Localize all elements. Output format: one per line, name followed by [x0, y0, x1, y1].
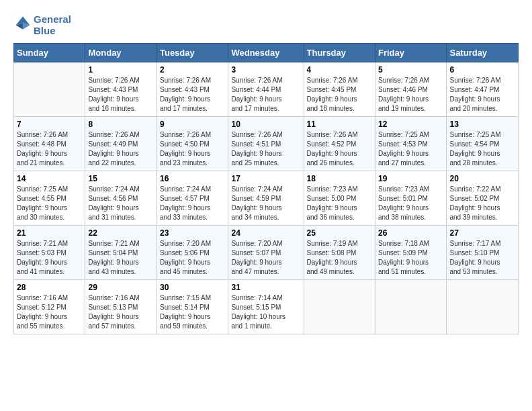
calendar-header: SundayMondayTuesdayWednesdayThursdayFrid… [14, 44, 519, 62]
day-number: 11 [307, 120, 372, 129]
day-info: Sunrise: 7:16 AMSunset: 5:12 PMDaylight:… [17, 293, 82, 331]
day-info: Sunrise: 7:17 AMSunset: 5:10 PMDaylight:… [449, 239, 515, 277]
day-number: 5 [378, 65, 443, 75]
calendar-cell: 17Sunrise: 7:24 AMSunset: 4:59 PMDayligh… [228, 171, 304, 226]
calendar-cell: 8Sunrise: 7:26 AMSunset: 4:49 PMDaylight… [85, 117, 157, 171]
day-number: 16 [160, 174, 225, 183]
logo-line2: Blue [34, 25, 71, 36]
day-info: Sunrise: 7:26 AMSunset: 4:45 PMDaylight:… [307, 76, 372, 113]
calendar-cell: 23Sunrise: 7:20 AMSunset: 5:06 PMDayligh… [157, 226, 228, 280]
day-info: Sunrise: 7:26 AMSunset: 4:47 PMDaylight:… [449, 76, 515, 113]
calendar-cell: 27Sunrise: 7:17 AMSunset: 5:10 PMDayligh… [447, 226, 519, 280]
day-number: 19 [378, 174, 443, 183]
day-number: 1 [88, 65, 153, 75]
day-info: Sunrise: 7:26 AMSunset: 4:51 PMDaylight:… [231, 130, 300, 168]
weekday-header-monday: Monday [85, 44, 157, 62]
calendar-body: 1Sunrise: 7:26 AMSunset: 4:43 PMDaylight… [14, 62, 519, 334]
day-number: 26 [378, 228, 443, 238]
calendar-cell: 11Sunrise: 7:26 AMSunset: 4:52 PMDayligh… [304, 117, 375, 171]
day-info: Sunrise: 7:19 AMSunset: 5:08 PMDaylight:… [307, 239, 372, 277]
day-info: Sunrise: 7:18 AMSunset: 5:09 PMDaylight:… [378, 239, 443, 277]
day-number: 22 [88, 228, 153, 238]
day-number: 10 [231, 120, 300, 129]
weekday-header-tuesday: Tuesday [157, 44, 228, 62]
calendar-cell: 18Sunrise: 7:23 AMSunset: 5:00 PMDayligh… [304, 171, 375, 226]
calendar-cell: 19Sunrise: 7:23 AMSunset: 5:01 PMDayligh… [375, 171, 446, 226]
day-number: 3 [231, 65, 300, 75]
day-info: Sunrise: 7:15 AMSunset: 5:14 PMDaylight:… [160, 293, 225, 331]
weekday-header-saturday: Saturday [447, 44, 519, 62]
day-number: 24 [231, 228, 300, 238]
day-info: Sunrise: 7:22 AMSunset: 5:02 PMDaylight:… [449, 185, 515, 222]
day-info: Sunrise: 7:16 AMSunset: 5:13 PMDaylight:… [88, 293, 153, 331]
day-info: Sunrise: 7:26 AMSunset: 4:49 PMDaylight:… [88, 130, 153, 168]
day-number: 13 [449, 120, 515, 129]
day-number: 17 [231, 174, 300, 183]
weekday-header-thursday: Thursday [304, 44, 375, 62]
day-info: Sunrise: 7:25 AMSunset: 4:54 PMDaylight:… [449, 130, 515, 168]
calendar-cell [375, 280, 446, 334]
weekday-header-sunday: Sunday [14, 44, 85, 62]
calendar-week-2: 14Sunrise: 7:25 AMSunset: 4:55 PMDayligh… [14, 171, 519, 226]
calendar-cell: 26Sunrise: 7:18 AMSunset: 5:09 PMDayligh… [375, 226, 446, 280]
calendar-cell: 20Sunrise: 7:22 AMSunset: 5:02 PMDayligh… [447, 171, 519, 226]
day-number: 23 [160, 228, 225, 238]
day-info: Sunrise: 7:26 AMSunset: 4:50 PMDaylight:… [160, 130, 225, 168]
day-number: 27 [449, 228, 515, 238]
day-number: 31 [231, 283, 300, 292]
calendar-cell: 22Sunrise: 7:21 AMSunset: 5:04 PMDayligh… [85, 226, 157, 280]
calendar-cell: 21Sunrise: 7:21 AMSunset: 5:03 PMDayligh… [14, 226, 85, 280]
calendar-cell: 25Sunrise: 7:19 AMSunset: 5:08 PMDayligh… [304, 226, 375, 280]
page-header: General Blue [13, 13, 519, 36]
calendar-week-0: 1Sunrise: 7:26 AMSunset: 4:43 PMDaylight… [14, 62, 519, 117]
day-number: 6 [449, 65, 515, 75]
day-number: 2 [160, 65, 225, 75]
day-number: 20 [449, 174, 515, 183]
day-info: Sunrise: 7:25 AMSunset: 4:55 PMDaylight:… [17, 185, 82, 222]
day-info: Sunrise: 7:26 AMSunset: 4:46 PMDaylight:… [378, 76, 443, 113]
calendar-cell: 2Sunrise: 7:26 AMSunset: 4:43 PMDaylight… [157, 62, 228, 117]
day-info: Sunrise: 7:20 AMSunset: 5:07 PMDaylight:… [231, 239, 300, 277]
day-info: Sunrise: 7:21 AMSunset: 5:03 PMDaylight:… [17, 239, 82, 277]
logo: General Blue [13, 13, 71, 36]
day-info: Sunrise: 7:14 AMSunset: 5:15 PMDaylight:… [231, 293, 300, 331]
day-number: 30 [160, 283, 225, 292]
calendar-week-4: 28Sunrise: 7:16 AMSunset: 5:12 PMDayligh… [14, 280, 519, 334]
weekday-header-wednesday: Wednesday [228, 44, 304, 62]
calendar-cell: 31Sunrise: 7:14 AMSunset: 5:15 PMDayligh… [228, 280, 304, 334]
calendar-cell: 13Sunrise: 7:25 AMSunset: 4:54 PMDayligh… [447, 117, 519, 171]
calendar-cell: 1Sunrise: 7:26 AMSunset: 4:43 PMDaylight… [85, 62, 157, 117]
day-info: Sunrise: 7:23 AMSunset: 5:01 PMDaylight:… [378, 185, 443, 222]
calendar-cell: 10Sunrise: 7:26 AMSunset: 4:51 PMDayligh… [228, 117, 304, 171]
logo-line1: General [34, 13, 71, 25]
calendar-cell: 12Sunrise: 7:25 AMSunset: 4:53 PMDayligh… [375, 117, 446, 171]
day-info: Sunrise: 7:26 AMSunset: 4:52 PMDaylight:… [307, 130, 372, 168]
day-info: Sunrise: 7:26 AMSunset: 4:43 PMDaylight:… [88, 76, 153, 113]
day-number: 21 [17, 228, 82, 238]
day-info: Sunrise: 7:20 AMSunset: 5:06 PMDaylight:… [160, 239, 225, 277]
day-info: Sunrise: 7:26 AMSunset: 4:44 PMDaylight:… [231, 76, 300, 113]
day-number: 8 [88, 120, 153, 129]
calendar-cell: 4Sunrise: 7:26 AMSunset: 4:45 PMDaylight… [304, 62, 375, 117]
weekday-header-row: SundayMondayTuesdayWednesdayThursdayFrid… [14, 44, 519, 62]
calendar-cell: 30Sunrise: 7:15 AMSunset: 5:14 PMDayligh… [157, 280, 228, 334]
day-number: 14 [17, 174, 82, 183]
calendar-cell: 28Sunrise: 7:16 AMSunset: 5:12 PMDayligh… [14, 280, 85, 334]
calendar-cell [14, 62, 85, 117]
day-info: Sunrise: 7:26 AMSunset: 4:43 PMDaylight:… [160, 76, 225, 113]
day-info: Sunrise: 7:24 AMSunset: 4:59 PMDaylight:… [231, 185, 300, 222]
day-number: 12 [378, 120, 443, 129]
calendar-cell: 16Sunrise: 7:24 AMSunset: 4:57 PMDayligh… [157, 171, 228, 226]
calendar-cell: 29Sunrise: 7:16 AMSunset: 5:13 PMDayligh… [85, 280, 157, 334]
day-number: 4 [307, 65, 372, 75]
calendar-cell: 6Sunrise: 7:26 AMSunset: 4:47 PMDaylight… [447, 62, 519, 117]
day-info: Sunrise: 7:24 AMSunset: 4:57 PMDaylight:… [160, 185, 225, 222]
day-info: Sunrise: 7:23 AMSunset: 5:00 PMDaylight:… [307, 185, 372, 222]
day-info: Sunrise: 7:25 AMSunset: 4:53 PMDaylight:… [378, 130, 443, 168]
calendar-cell: 14Sunrise: 7:25 AMSunset: 4:55 PMDayligh… [14, 171, 85, 226]
day-number: 15 [88, 174, 153, 183]
calendar-cell: 7Sunrise: 7:26 AMSunset: 4:48 PMDaylight… [14, 117, 85, 171]
day-number: 18 [307, 174, 372, 183]
day-number: 7 [17, 120, 82, 129]
calendar-cell: 3Sunrise: 7:26 AMSunset: 4:44 PMDaylight… [228, 62, 304, 117]
